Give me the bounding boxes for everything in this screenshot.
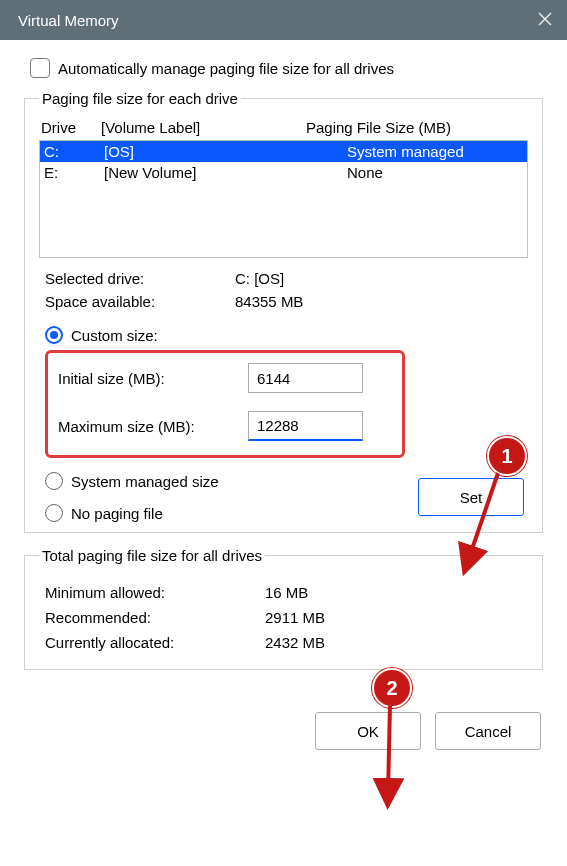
- drive-list[interactable]: C: [OS] System managed E: [New Volume] N…: [39, 140, 528, 258]
- radio-custom-size[interactable]: [45, 326, 63, 344]
- initial-size-label: Initial size (MB):: [58, 370, 248, 387]
- col-size: Paging File Size (MB): [306, 119, 526, 136]
- selected-drive-label: Selected drive:: [45, 270, 235, 287]
- cancel-button[interactable]: Cancel: [435, 712, 541, 750]
- highlight-box: Initial size (MB): Maximum size (MB):: [45, 350, 405, 458]
- maximum-size-input[interactable]: [248, 411, 363, 441]
- radio-no-paging[interactable]: [45, 504, 63, 522]
- totals-legend: Total paging file size for all drives: [39, 547, 265, 564]
- col-drive: Drive: [41, 119, 101, 136]
- radio-system-managed[interactable]: [45, 472, 63, 490]
- auto-manage-label: Automatically manage paging file size fo…: [58, 60, 394, 77]
- radio-system-label: System managed size: [71, 473, 219, 490]
- min-allowed-label: Minimum allowed:: [45, 584, 265, 601]
- maximum-size-label: Maximum size (MB):: [58, 418, 248, 435]
- titlebar: Virtual Memory: [0, 0, 567, 40]
- col-volume: [Volume Label]: [101, 119, 306, 136]
- per-drive-legend: Paging file size for each drive: [39, 90, 241, 107]
- space-available-value: 84355 MB: [235, 293, 303, 310]
- selected-drive-value: C: [OS]: [235, 270, 284, 287]
- allocated-value: 2432 MB: [265, 634, 325, 651]
- window-title: Virtual Memory: [18, 12, 119, 29]
- initial-size-input[interactable]: [248, 363, 363, 393]
- svg-line-0: [468, 473, 498, 561]
- allocated-label: Currently allocated:: [45, 634, 265, 651]
- svg-line-1: [388, 706, 390, 794]
- drive-row[interactable]: C: [OS] System managed: [40, 141, 527, 162]
- radio-custom-label: Custom size:: [71, 327, 158, 344]
- annotation-arrow-1: [450, 465, 520, 588]
- recommended-value: 2911 MB: [265, 609, 325, 626]
- min-allowed-value: 16 MB: [265, 584, 308, 601]
- close-icon[interactable]: [537, 11, 553, 30]
- annotation-arrow-2: [370, 700, 430, 813]
- space-available-label: Space available:: [45, 293, 235, 310]
- drive-row[interactable]: E: [New Volume] None: [40, 162, 527, 183]
- auto-manage-checkbox[interactable]: [30, 58, 50, 78]
- drive-table-header: Drive [Volume Label] Paging File Size (M…: [39, 119, 528, 136]
- recommended-label: Recommended:: [45, 609, 265, 626]
- radio-no-paging-label: No paging file: [71, 505, 163, 522]
